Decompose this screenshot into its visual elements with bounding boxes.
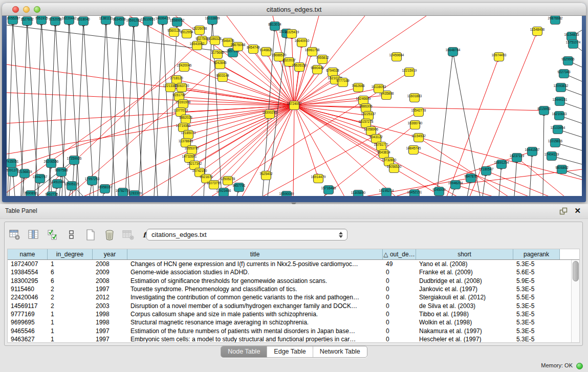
table-tabs: Node TableEdge TableNetwork Table bbox=[221, 346, 367, 358]
svg-text:9242845: 9242845 bbox=[213, 61, 227, 64]
tab-edge-table[interactable]: Edge Table bbox=[267, 346, 312, 357]
create-column-icon[interactable] bbox=[84, 229, 97, 241]
cell-pagerank: 5.6E-5 bbox=[513, 269, 560, 276]
svg-text:10732800: 10732800 bbox=[382, 158, 397, 162]
column-visibility-icon[interactable] bbox=[28, 229, 40, 241]
column-header-name[interactable]: name bbox=[8, 249, 48, 259]
column-header-in_degree[interactable]: in_degree bbox=[48, 249, 93, 259]
svg-text:12215919: 12215919 bbox=[402, 69, 417, 72]
column-header-pagerank[interactable]: pagerank bbox=[513, 249, 560, 259]
svg-text:10391998: 10391998 bbox=[176, 100, 191, 104]
table-row[interactable]: 946554611997Estimation of the future num… bbox=[8, 326, 579, 335]
svg-text:10220442: 10220442 bbox=[62, 16, 77, 20]
cell-name: 19384554 bbox=[8, 269, 48, 276]
cell-short: Dudbridge et al. (2008) bbox=[416, 277, 513, 285]
float-panel-icon[interactable] bbox=[559, 207, 568, 215]
cell-short: Franke et al. (2009) bbox=[416, 269, 513, 276]
svg-text:12459664: 12459664 bbox=[389, 53, 404, 57]
cell-title: Genome-wide association studies in ADHD. bbox=[127, 269, 383, 276]
scrollbar-thumb[interactable] bbox=[573, 261, 579, 281]
table-row[interactable]: 977716911998Corpus callosum shape and si… bbox=[8, 310, 579, 318]
svg-text:7546476: 7546476 bbox=[221, 39, 234, 42]
svg-text:9560128: 9560128 bbox=[167, 29, 181, 32]
table-row[interactable]: 1938455462009Genome-wide association stu… bbox=[8, 268, 579, 276]
tab-node-table[interactable]: Node Table bbox=[221, 346, 267, 357]
svg-text:17359926: 17359926 bbox=[67, 157, 82, 160]
cell-pagerank: 5.3E-5 bbox=[513, 319, 560, 326]
table-select[interactable]: citations_edges.txt bbox=[146, 229, 347, 240]
svg-text:11015816: 11015816 bbox=[548, 139, 563, 143]
svg-text:16648784: 16648784 bbox=[446, 48, 461, 52]
svg-text:16154835: 16154835 bbox=[564, 33, 579, 36]
table-tabs-row: Node TableEdge TableNetwork Table bbox=[0, 346, 588, 358]
cell-in_degree: 6 bbox=[48, 269, 93, 276]
column-header-title[interactable]: title bbox=[127, 249, 383, 259]
svg-text:16033809: 16033809 bbox=[205, 16, 220, 20]
column-header-short[interactable]: short bbox=[416, 249, 513, 259]
cell-out_degree: 0 bbox=[383, 269, 416, 276]
cell-name: 18724007 bbox=[8, 260, 48, 268]
cell-pagerank: 5.3E-5 bbox=[513, 336, 560, 343]
delete-column-icon[interactable] bbox=[103, 229, 116, 241]
svg-text:10055287: 10055287 bbox=[7, 16, 20, 20]
svg-text:7951915: 7951915 bbox=[35, 16, 48, 20]
row-height-icon[interactable] bbox=[66, 229, 78, 241]
cell-title: Estimation of significance thresholds fo… bbox=[127, 277, 383, 285]
svg-text:9152058: 9152058 bbox=[49, 17, 62, 21]
table-row[interactable]: 2242004622012Investigating the contribut… bbox=[8, 293, 579, 301]
svg-text:13942757: 13942757 bbox=[33, 175, 48, 179]
column-header-year[interactable]: year bbox=[93, 249, 127, 259]
svg-text:8186328: 8186328 bbox=[208, 37, 222, 40]
svg-text:9462735: 9462735 bbox=[45, 192, 58, 196]
svg-text:8318040: 8318040 bbox=[77, 17, 90, 21]
svg-text:15246609: 15246609 bbox=[356, 97, 371, 100]
cell-year: 2012 bbox=[93, 294, 127, 301]
svg-text:9245009: 9245009 bbox=[432, 188, 446, 191]
svg-text:12185073: 12185073 bbox=[181, 131, 196, 135]
cell-pagerank: 5.3E-5 bbox=[513, 302, 560, 310]
table-mode-icon[interactable] bbox=[9, 229, 21, 241]
svg-text:10974493: 10974493 bbox=[492, 53, 507, 57]
network-view-window: citations_edges.txt 10055287152760279519… bbox=[2, 3, 586, 202]
tab-network-table[interactable]: Network Table bbox=[313, 346, 367, 357]
status-bar: Memory: OK bbox=[0, 359, 588, 372]
svg-text:16366740: 16366740 bbox=[408, 121, 423, 125]
cell-out_degree: 0 bbox=[383, 311, 416, 318]
svg-text:17180547: 17180547 bbox=[479, 167, 494, 171]
svg-text:8813014: 8813014 bbox=[268, 23, 281, 26]
svg-text:12156819: 12156819 bbox=[17, 170, 32, 173]
table-row[interactable]: 1830029562008Estimation of significance … bbox=[8, 277, 579, 285]
svg-text:13626150: 13626150 bbox=[292, 63, 307, 67]
table-panel-header: Table Panel ✕ bbox=[0, 204, 588, 219]
column-header-out_degree[interactable]: △ out_de… bbox=[383, 249, 416, 259]
network-graph-canvas[interactable]: 1005528715276027951915915205810220442831… bbox=[7, 16, 582, 196]
selection-mode-icon[interactable] bbox=[47, 229, 59, 241]
table-row[interactable]: 1872400712008Changes of HCN gene express… bbox=[8, 260, 579, 268]
cell-year: 1997 bbox=[93, 327, 127, 335]
svg-text:15589952: 15589952 bbox=[170, 18, 185, 22]
svg-text:9329966: 9329966 bbox=[561, 57, 575, 61]
svg-text:11381111: 11381111 bbox=[99, 16, 113, 20]
svg-text:2718120: 2718120 bbox=[170, 76, 183, 80]
memory-status-label: Memory: OK bbox=[541, 362, 573, 368]
svg-text:14845745: 14845745 bbox=[406, 146, 421, 150]
cell-year: 2009 bbox=[93, 269, 127, 276]
table-row[interactable]: 1456911722003Disruption of a novel membe… bbox=[8, 301, 579, 310]
svg-text:8454749: 8454749 bbox=[247, 46, 260, 49]
cell-in_degree: 1 bbox=[48, 319, 93, 326]
cell-out_degree: 0 bbox=[383, 294, 416, 301]
table-row[interactable]: 969969511998Structural magnetic resonanc… bbox=[8, 318, 579, 326]
cell-title: Embryonic stem cells: a model to study s… bbox=[127, 336, 383, 343]
svg-text:11601883: 11601883 bbox=[407, 94, 422, 98]
svg-text:13063720: 13063720 bbox=[175, 84, 189, 87]
svg-text:14732601: 14732601 bbox=[182, 155, 197, 158]
table-row[interactable]: 946362711997Embryonic stem cells: a mode… bbox=[8, 335, 579, 343]
cell-in_degree: 1 bbox=[48, 336, 93, 343]
vertical-scrollbar[interactable] bbox=[571, 260, 579, 342]
table-row[interactable]: 911546021997Tourette syndrome. Phenomeno… bbox=[8, 285, 579, 293]
svg-text:10719365: 10719365 bbox=[176, 124, 191, 127]
close-panel-icon[interactable]: ✕ bbox=[574, 206, 581, 216]
network-window-titlebar[interactable]: citations_edges.txt bbox=[2, 3, 586, 16]
memory-status-indicator[interactable] bbox=[576, 363, 583, 369]
svg-text:12093832: 12093832 bbox=[554, 84, 569, 87]
